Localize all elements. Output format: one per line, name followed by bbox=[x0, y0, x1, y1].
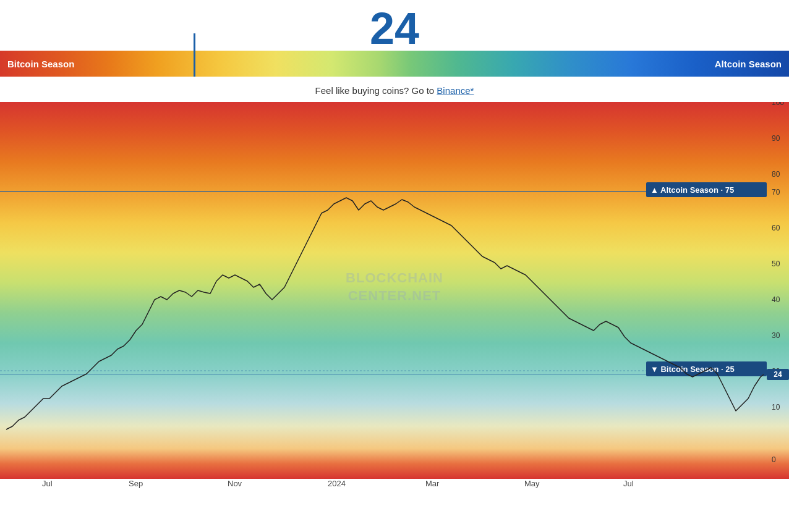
bar-indicator bbox=[194, 51, 195, 77]
svg-text:10: 10 bbox=[772, 403, 780, 412]
altcoin-season-label: Altcoin Season bbox=[715, 59, 782, 69]
svg-text:80: 80 bbox=[772, 170, 780, 179]
x-label-nov: Nov bbox=[228, 479, 242, 488]
chart-svg: 100 90 80 70 60 50 40 30 20 10 0 ▲ Altco… bbox=[0, 102, 789, 479]
svg-text:100: 100 bbox=[772, 102, 784, 107]
score-indicator bbox=[194, 33, 195, 51]
x-label-jul: Jul bbox=[42, 479, 53, 488]
x-label-mar: Mar bbox=[425, 479, 439, 488]
chart-container: 100 90 80 70 60 50 40 30 20 10 0 ▲ Altco… bbox=[0, 102, 789, 479]
gradient-bar: Bitcoin Season Altcoin Season bbox=[0, 51, 789, 77]
svg-text:▼ Bitcoin Season · 25: ▼ Bitcoin Season · 25 bbox=[650, 365, 735, 374]
svg-text:24: 24 bbox=[774, 370, 782, 379]
svg-text:60: 60 bbox=[772, 224, 780, 232]
svg-text:50: 50 bbox=[772, 260, 780, 268]
promo-static-text: Feel like buying coins? Go to bbox=[315, 85, 437, 96]
svg-text:30: 30 bbox=[772, 331, 780, 340]
score-value: 24 bbox=[370, 4, 419, 53]
svg-text:40: 40 bbox=[772, 295, 780, 304]
x-label-sep: Sep bbox=[129, 479, 143, 488]
score-section: 24 bbox=[0, 0, 789, 51]
svg-text:90: 90 bbox=[772, 134, 780, 143]
x-label-jul2: Jul bbox=[623, 479, 634, 488]
svg-text:70: 70 bbox=[772, 188, 780, 196]
svg-text:▲ Altcoin Season · 75: ▲ Altcoin Season · 75 bbox=[650, 185, 734, 195]
x-label-may: May bbox=[524, 479, 540, 488]
x-label-2024: 2024 bbox=[328, 479, 346, 488]
svg-text:0: 0 bbox=[772, 455, 776, 464]
binance-link[interactable]: Binance* bbox=[437, 85, 474, 96]
gradient-bar-container: Bitcoin Season Altcoin Season bbox=[0, 51, 789, 77]
promo-text: Feel like buying coins? Go to Binance* bbox=[0, 77, 789, 102]
x-axis: Jul Sep Nov 2024 Mar May Jul bbox=[0, 479, 789, 497]
bitcoin-season-label: Bitcoin Season bbox=[7, 59, 74, 69]
